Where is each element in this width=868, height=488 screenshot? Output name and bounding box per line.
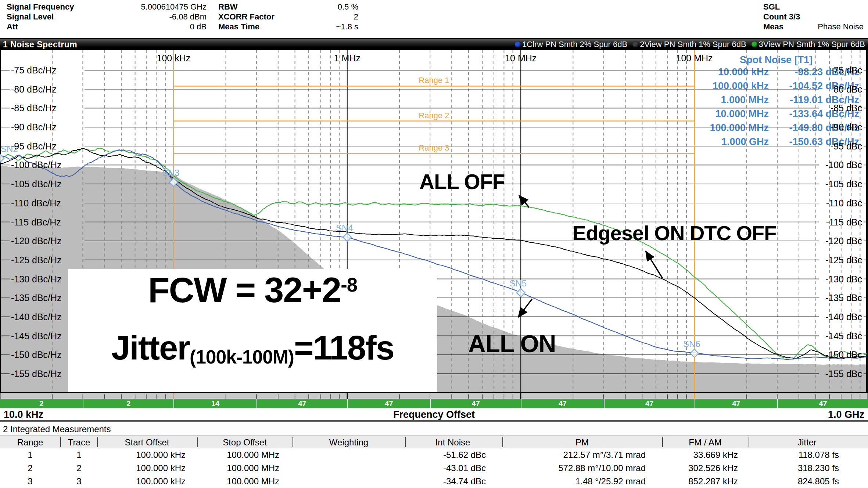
sn-marker-label: SN3 (162, 168, 180, 178)
x-axis-title: Frequency Offset (0, 409, 868, 420)
im-column-header: PM (575, 437, 589, 448)
y-label-left: -140 dBc/Hz (11, 312, 62, 322)
y-label-left: -90 dBc/Hz (11, 122, 57, 132)
y-label-left: -75 dBc/Hz (11, 65, 57, 75)
y-label-left: -100 dBc/Hz (11, 160, 62, 170)
im-cell: 2 (76, 463, 81, 473)
im-column-separator (197, 437, 198, 447)
im-column-separator (97, 437, 98, 447)
svg-text:10 MHz: 10 MHz (505, 53, 537, 63)
legend-trace-3-label: 3View PN Smth 1% Spur 6dB (759, 40, 865, 49)
annotation-jitter-value: Jitter(100k-100M)=118fs (68, 329, 437, 368)
svg-text:100 MHz: 100 MHz (676, 53, 713, 63)
signal-level-value: -6.08 dBm (103, 12, 207, 22)
sn-marker-label: SN4 (336, 223, 353, 233)
xcorr-segment: 47 (257, 399, 347, 408)
integrated-measurements-header-row: RangeTraceStart OffsetStop OffsetWeighti… (0, 436, 868, 448)
y-label-left: -115 dBc/Hz (11, 217, 61, 227)
sn-marker[interactable]: SN4 (336, 223, 353, 241)
xcorr-segment: 47 (430, 399, 521, 408)
xcorr-segment: 47 (695, 399, 777, 408)
y-label-left: -120 dBc/Hz (11, 236, 62, 246)
x-axis-stop-frequency: 1.0 GHz (828, 409, 864, 420)
im-cell: 824.805 fs (798, 476, 839, 487)
annotation-all-off: ALL OFF (419, 170, 505, 194)
im-cell: 1 (28, 450, 32, 460)
im-column-header: Stop Offset (223, 437, 267, 448)
signal-frequency-value: 5.000610475 GHz (103, 2, 207, 12)
annotation-fcw-equation: FCW = 32+2-8 (68, 270, 437, 310)
im-column-separator (405, 437, 406, 447)
xcorr-segment: 47 (604, 399, 695, 408)
trace-legend: 1Clrw PN Smth 2% Spur 6dB2View PN Smth 1… (515, 40, 868, 49)
im-cell: 852.287 kHz (688, 476, 738, 487)
meas-time-value: ~1.8 s (294, 22, 358, 32)
im-column-separator (662, 437, 663, 447)
y-label-right: -145 dBc (825, 331, 862, 341)
xcorr-segment: 47 (777, 399, 868, 408)
svg-text:100 kHz: 100 kHz (157, 53, 191, 63)
x-axis-label-row: 10.0 kHz Frequency Offset 1.0 GHz (0, 408, 868, 422)
im-cell: -43.01 dBc (443, 463, 486, 473)
integrated-measurements-titlebar: 2 Integrated Measurements (0, 423, 868, 436)
y-label-left: -80 dBc/Hz (11, 84, 57, 94)
y-label-right: -125 dBc (825, 255, 862, 265)
y-label-left: -110 dBc/Hz (11, 198, 61, 208)
range-label: Range 2 (419, 111, 449, 120)
im-table-row: 11100.000 kHz100.000 MHz-51.62 dBc212.57… (0, 448, 868, 462)
im-column-separator (502, 437, 503, 447)
xcorr-segment-bar: 221447474747474747 (0, 399, 868, 408)
annotation-edgesel-on-dtc-off: Edgesel ON DTC OFF (573, 221, 776, 245)
im-column-separator (749, 437, 749, 447)
im-cell: 33.669 kHz (693, 450, 738, 460)
im-cell: 572.88 m°/10.00 mrad (558, 463, 646, 473)
y-label-left: -145 dBc/Hz (11, 331, 62, 341)
legend-trace-2[interactable]: 2View PN Smth 1% Spur 6dB (632, 40, 746, 49)
y-label-right: -75 dBc (831, 65, 862, 75)
im-cell: -34.74 dBc (443, 476, 486, 487)
y-label-right: -150 dBc (825, 350, 862, 360)
phase-noise-analyzer-screen: Signal Frequency 5.000610475 GHz Signal … (0, 0, 868, 488)
y-label-left: -130 dBc/Hz (11, 274, 62, 284)
sgl-indicator: SGL (763, 2, 780, 12)
range-label: Range 3 (419, 143, 449, 152)
sn-marker[interactable]: SN5 (510, 278, 527, 297)
legend-trace-1-label: 1Clrw PN Smth 2% Spur 6dB (522, 40, 627, 49)
legend-trace-1[interactable]: 1Clrw PN Smth 2% Spur 6dB (515, 40, 627, 49)
meas-label: Meas (763, 22, 783, 32)
im-cell: 318.230 fs (798, 463, 839, 473)
im-column-header: Int Noise (435, 437, 470, 448)
sn-marker-label: SN6 (683, 339, 700, 349)
y-label-right: -80 dBc (831, 84, 862, 94)
im-column-header: Jitter (797, 437, 817, 448)
window-title: 1 Noise Spectrum (0, 40, 77, 50)
y-label-right: -155 dBc (825, 369, 862, 379)
legend-trace-3-dot-icon (752, 41, 757, 47)
xcorr-segment: 2 (83, 399, 173, 408)
im-column-header: FM / AM (689, 437, 721, 448)
y-label-right: -110 dBc (826, 198, 862, 208)
y-label-left: -150 dBc/Hz (11, 350, 62, 360)
y-label-right: -85 dBc (831, 103, 862, 113)
annotation-all-on: ALL ON (468, 330, 556, 358)
svg-text:1 MHz: 1 MHz (334, 53, 361, 63)
signal-level-label: Signal Level (7, 12, 54, 22)
xcorr-factor-label: XCORR Factor (218, 12, 275, 22)
y-label-right: -140 dBc (825, 312, 862, 322)
y-label-left: -105 dBc/Hz (11, 179, 62, 189)
im-column-separator (293, 437, 293, 447)
im-column-header: Start Offset (125, 437, 169, 448)
im-cell: 2 (28, 463, 32, 473)
integrated-measurements-title: 2 Integrated Measurements (3, 424, 111, 434)
im-column-header: Weighting (329, 437, 368, 448)
im-cell: -51.62 dBc (443, 450, 486, 460)
im-table-row: 22100.000 kHz100.000 MHz-43.01 dBc572.88… (0, 462, 868, 475)
spot-noise-offset: 100.000 kHz (713, 80, 769, 91)
xcorr-factor-value: 2 (294, 12, 358, 22)
legend-trace-3[interactable]: 3View PN Smth 1% Spur 6dB (752, 40, 865, 49)
im-cell: 118.078 fs (799, 450, 839, 460)
y-label-left: -125 dBc/Hz (11, 255, 62, 265)
y-label-right: -135 dBc (825, 293, 862, 303)
y-label-right: -120 dBc (825, 236, 862, 246)
meas-time-label: Meas Time (218, 22, 259, 32)
